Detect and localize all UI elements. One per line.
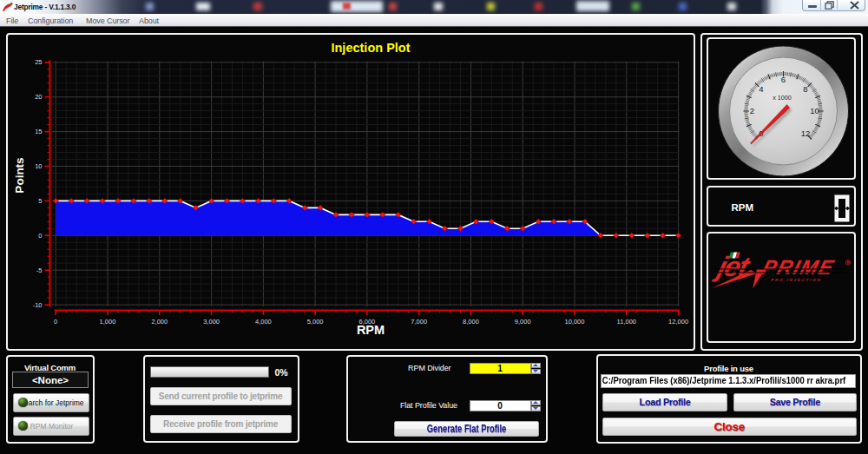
svg-text:10: 10 <box>810 106 819 115</box>
svg-text:12: 12 <box>800 128 810 138</box>
svg-text:4,000: 4,000 <box>255 318 272 326</box>
svg-text:10: 10 <box>35 162 42 170</box>
svg-text:7,000: 7,000 <box>411 318 427 326</box>
svg-text:RPM: RPM <box>357 323 385 337</box>
svg-text:2,000: 2,000 <box>151 318 168 326</box>
svg-text:0: 0 <box>38 231 42 239</box>
svg-text:PRO INJECTION: PRO INJECTION <box>770 279 821 283</box>
svg-text:12,000: 12,000 <box>668 318 688 326</box>
svg-text:2: 2 <box>749 106 753 115</box>
svg-text:15: 15 <box>35 128 42 135</box>
svg-text:R: R <box>846 261 849 265</box>
svg-text:9,000: 9,000 <box>515 318 531 326</box>
svg-text:25: 25 <box>35 58 42 66</box>
svg-text:-10: -10 <box>33 300 43 308</box>
svg-text:-5: -5 <box>36 266 43 273</box>
svg-text:3,000: 3,000 <box>203 318 220 326</box>
svg-text:4: 4 <box>759 84 763 94</box>
svg-text:Points: Points <box>13 157 26 193</box>
svg-text:6: 6 <box>780 75 785 84</box>
svg-text:8,000: 8,000 <box>463 318 479 326</box>
svg-text:11,000: 11,000 <box>617 318 636 326</box>
svg-text:5: 5 <box>38 197 42 205</box>
svg-text:x 1000: x 1000 <box>773 94 792 102</box>
svg-text:Injection Plot: Injection Plot <box>331 40 410 54</box>
svg-text:20: 20 <box>35 93 42 101</box>
svg-text:PRIME: PRIME <box>760 255 837 278</box>
svg-text:0: 0 <box>54 318 57 326</box>
svg-text:8: 8 <box>803 84 807 94</box>
svg-text:1,000: 1,000 <box>100 318 116 326</box>
svg-text:5,000: 5,000 <box>307 318 324 326</box>
svg-text:10,000: 10,000 <box>565 318 585 326</box>
